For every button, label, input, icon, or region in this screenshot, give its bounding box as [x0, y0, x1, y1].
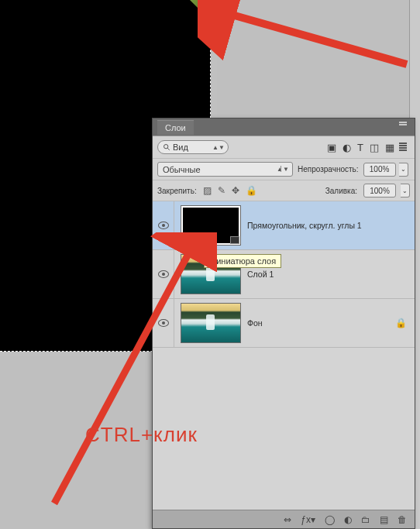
blend-mode-select[interactable]: Обычные ▲▼: [157, 162, 293, 177]
svg-point-1: [164, 145, 168, 149]
filter-icon-strip: ▣ ◐ T ◫ ▦: [327, 142, 410, 153]
lock-label: Закрепить:: [157, 187, 197, 195]
layer-name[interactable]: Слой 1: [247, 270, 415, 279]
eye-icon: [158, 222, 169, 229]
layer-filter-select[interactable]: Вид ▲▼: [157, 140, 229, 154]
search-icon: [163, 143, 170, 151]
fill-label: Заливка:: [325, 187, 357, 195]
layer-row[interactable]: Фон 🔒: [153, 299, 415, 348]
trash-icon[interactable]: 🗑: [398, 514, 407, 525]
fill-value[interactable]: 100%: [363, 184, 396, 198]
opacity-value[interactable]: 100%: [363, 163, 396, 177]
layer-row[interactable]: Прямоугольник, скругл. углы 1: [153, 201, 415, 250]
filter-type-icon[interactable]: T: [357, 142, 363, 153]
lock-transparency-icon[interactable]: ▨: [203, 185, 212, 196]
visibility-toggle[interactable]: [153, 201, 174, 249]
annotation-text: CTRL+клик: [85, 423, 198, 447]
tab-layers[interactable]: Слои: [157, 120, 194, 135]
eye-icon: [158, 319, 169, 327]
thumb-shape-badge-icon: [230, 236, 239, 244]
fill-dropdown-icon[interactable]: ⌄: [401, 184, 410, 198]
lock-move-icon[interactable]: ✥: [232, 185, 239, 196]
visibility-toggle[interactable]: [153, 250, 174, 298]
panel-menu-icon[interactable]: [399, 142, 411, 153]
mask-icon[interactable]: ◯: [325, 514, 335, 525]
layer-name[interactable]: Фон: [247, 318, 395, 328]
layer-thumbnail[interactable]: [181, 205, 241, 246]
lock-all-icon[interactable]: 🔒: [246, 185, 257, 196]
lock-indicator-icon: 🔒: [395, 318, 407, 328]
filter-row: Вид ▲▼ ▣ ◐ T ◫ ▦: [153, 136, 415, 158]
lock-brush-icon[interactable]: ✎: [218, 185, 225, 196]
link-layers-icon[interactable]: ⇔: [284, 514, 291, 525]
tooltip: Миниатюра слоя: [204, 254, 281, 268]
filter-adjust-icon[interactable]: ◐: [343, 142, 351, 153]
panel-collapse-icon[interactable]: [399, 121, 411, 132]
svg-line-0: [221, 12, 407, 64]
layer-list: Прямоугольник, скругл. углы 1 Слой 1 Фон…: [153, 201, 415, 510]
opacity-label: Непрозрачность:: [298, 165, 359, 173]
opacity-dropdown-icon[interactable]: ⌄: [399, 163, 408, 177]
lock-row: Закрепить: ▨ ✎ ✥ 🔒 Заливка: 100% ⌄: [153, 180, 415, 201]
blend-mode-value: Обычные: [163, 165, 201, 174]
filter-label: Вид: [173, 143, 188, 152]
layer-row[interactable]: Слой 1: [153, 250, 415, 299]
layer-thumbnail[interactable]: [181, 303, 241, 343]
canvas-corner-peek: [188, 0, 212, 22]
adjustment-icon[interactable]: ◐: [344, 514, 352, 525]
filter-smart-icon[interactable]: ▦: [385, 142, 394, 153]
visibility-toggle[interactable]: [153, 299, 174, 347]
annotation-arrow-top: [198, 0, 415, 74]
filter-image-icon[interactable]: ▣: [327, 142, 336, 153]
blend-row: Обычные ▲▼ Непрозрачность: 100% ⌄: [153, 158, 415, 180]
layers-panel: Слои Вид ▲▼ ▣ ◐ T ◫ ▦ Обычные ▲▼ Непр: [152, 118, 415, 529]
filter-shape-icon[interactable]: ◫: [370, 142, 379, 153]
panel-tab-bar: Слои: [153, 119, 415, 136]
panel-bottom-bar: ⇔ ƒx▾ ◯ ◐ 🗀 ▤ 🗑: [153, 510, 415, 528]
svg-line-2: [167, 148, 170, 150]
group-icon[interactable]: 🗀: [361, 514, 370, 525]
fx-icon[interactable]: ƒx▾: [301, 514, 315, 525]
eye-icon: [158, 270, 169, 278]
layer-name[interactable]: Прямоугольник, скругл. углы 1: [247, 221, 415, 230]
new-layer-icon[interactable]: ▤: [380, 514, 388, 525]
